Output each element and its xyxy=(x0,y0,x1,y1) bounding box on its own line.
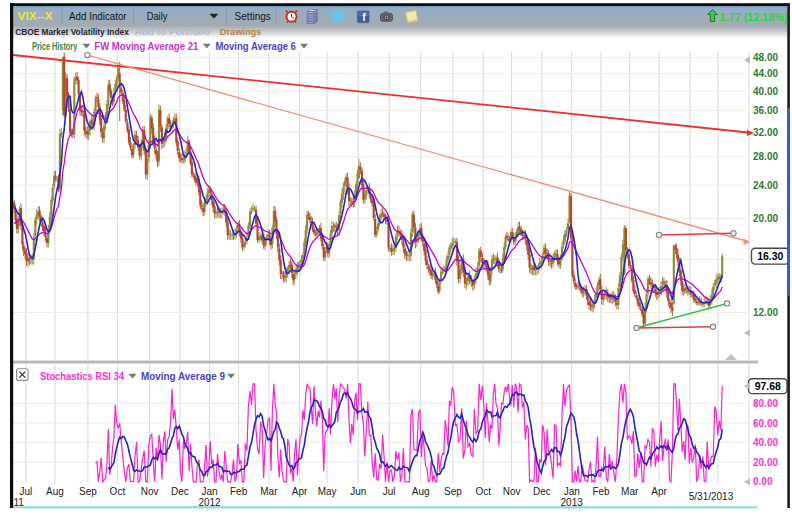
svg-text:Moving Average 9: Moving Average 9 xyxy=(141,371,225,382)
svg-text:Aug: Aug xyxy=(412,486,430,497)
svg-text:Feb: Feb xyxy=(592,486,610,497)
svg-text:28.00: 28.00 xyxy=(753,151,778,162)
svg-text:Apr: Apr xyxy=(651,486,667,497)
svg-text:5/31/2013: 5/31/2013 xyxy=(689,491,734,502)
svg-text:48.00: 48.00 xyxy=(753,52,778,63)
svg-text:2013: 2013 xyxy=(561,497,584,508)
svg-text:Feb: Feb xyxy=(230,486,248,497)
svg-text:VIX--X: VIX--X xyxy=(17,10,53,22)
svg-text:Jul: Jul xyxy=(383,486,396,497)
svg-text:24.00: 24.00 xyxy=(753,180,778,191)
svg-text:Price History: Price History xyxy=(32,41,78,52)
svg-text:Jun: Jun xyxy=(350,486,366,497)
svg-text:Dec: Dec xyxy=(171,486,189,497)
svg-text:Stochastics RSI 34: Stochastics RSI 34 xyxy=(40,371,124,382)
svg-text:Oct: Oct xyxy=(110,486,126,497)
svg-text:Jul: Jul xyxy=(19,486,32,497)
svg-text:Sep: Sep xyxy=(79,486,97,497)
svg-text:20.00: 20.00 xyxy=(753,213,778,224)
svg-text:Drawings: Drawings xyxy=(220,26,262,37)
svg-text:f: f xyxy=(362,11,366,23)
svg-text:Nov: Nov xyxy=(503,486,521,497)
svg-text:Dec: Dec xyxy=(533,486,551,497)
svg-text:32.00: 32.00 xyxy=(753,127,778,138)
svg-text:Mar: Mar xyxy=(621,486,639,497)
svg-text:16.30: 16.30 xyxy=(757,250,783,262)
svg-text:Sep: Sep xyxy=(444,486,462,497)
svg-text:40.00: 40.00 xyxy=(753,437,778,448)
svg-text:12.00: 12.00 xyxy=(753,307,778,318)
svg-text:Settings: Settings xyxy=(235,10,271,22)
svg-text:Aug: Aug xyxy=(46,486,64,497)
svg-text:Apr: Apr xyxy=(292,486,308,497)
svg-text:Nov: Nov xyxy=(141,486,159,497)
svg-text:40.00: 40.00 xyxy=(753,86,778,97)
svg-text:20.00: 20.00 xyxy=(753,457,778,468)
svg-text:36.00: 36.00 xyxy=(753,105,778,116)
svg-text:0.00: 0.00 xyxy=(753,476,773,487)
svg-text:97.68: 97.68 xyxy=(755,380,781,392)
svg-text:Add Indicator: Add Indicator xyxy=(69,10,127,22)
svg-text:1.77 (12.18%): 1.77 (12.18%) xyxy=(720,11,789,23)
svg-text:60.00: 60.00 xyxy=(753,418,778,429)
svg-text:Oct: Oct xyxy=(475,486,491,497)
svg-text:Jan: Jan xyxy=(201,486,217,497)
svg-text:Moving Average 6: Moving Average 6 xyxy=(215,41,296,52)
svg-text:Daily: Daily xyxy=(147,10,168,22)
svg-text:44.00: 44.00 xyxy=(753,68,778,79)
svg-text:80.00: 80.00 xyxy=(753,398,778,409)
svg-text:2012: 2012 xyxy=(198,497,221,508)
svg-text:Add to Portfolio: Add to Portfolio xyxy=(135,26,211,37)
svg-text:Mar: Mar xyxy=(260,486,278,497)
svg-text:CBOE Market Volatility Index: CBOE Market Volatility Index xyxy=(15,26,129,37)
svg-text:FW Moving Average 21: FW Moving Average 21 xyxy=(94,41,198,52)
svg-text:May: May xyxy=(318,486,337,497)
svg-text:11: 11 xyxy=(14,497,25,508)
svg-text:Jan: Jan xyxy=(564,486,580,497)
